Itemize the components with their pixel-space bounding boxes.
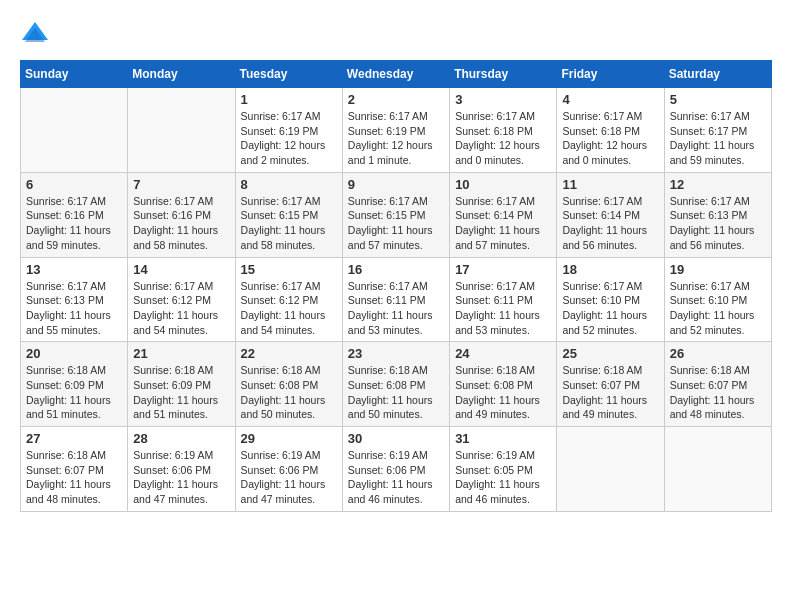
week-row-3: 13Sunrise: 6:17 AMSunset: 6:13 PMDayligh…	[21, 257, 772, 342]
calendar-cell: 11Sunrise: 6:17 AMSunset: 6:14 PMDayligh…	[557, 172, 664, 257]
logo	[20, 20, 54, 50]
day-header-thursday: Thursday	[450, 61, 557, 88]
calendar-cell: 26Sunrise: 6:18 AMSunset: 6:07 PMDayligh…	[664, 342, 771, 427]
header	[20, 20, 772, 50]
calendar-cell: 12Sunrise: 6:17 AMSunset: 6:13 PMDayligh…	[664, 172, 771, 257]
calendar-cell: 1Sunrise: 6:17 AMSunset: 6:19 PMDaylight…	[235, 88, 342, 173]
day-number: 16	[348, 262, 444, 277]
day-info: Sunrise: 6:17 AMSunset: 6:13 PMDaylight:…	[26, 279, 122, 338]
day-info: Sunrise: 6:19 AMSunset: 6:05 PMDaylight:…	[455, 448, 551, 507]
calendar-cell: 25Sunrise: 6:18 AMSunset: 6:07 PMDayligh…	[557, 342, 664, 427]
day-info: Sunrise: 6:17 AMSunset: 6:14 PMDaylight:…	[562, 194, 658, 253]
day-number: 1	[241, 92, 337, 107]
day-info: Sunrise: 6:18 AMSunset: 6:07 PMDaylight:…	[670, 363, 766, 422]
calendar-cell: 19Sunrise: 6:17 AMSunset: 6:10 PMDayligh…	[664, 257, 771, 342]
calendar-cell: 9Sunrise: 6:17 AMSunset: 6:15 PMDaylight…	[342, 172, 449, 257]
day-header-monday: Monday	[128, 61, 235, 88]
header-row: SundayMondayTuesdayWednesdayThursdayFrid…	[21, 61, 772, 88]
calendar-cell	[128, 88, 235, 173]
calendar-cell	[664, 427, 771, 512]
day-number: 10	[455, 177, 551, 192]
calendar-cell: 18Sunrise: 6:17 AMSunset: 6:10 PMDayligh…	[557, 257, 664, 342]
day-number: 3	[455, 92, 551, 107]
day-number: 2	[348, 92, 444, 107]
day-header-tuesday: Tuesday	[235, 61, 342, 88]
day-number: 28	[133, 431, 229, 446]
week-row-2: 6Sunrise: 6:17 AMSunset: 6:16 PMDaylight…	[21, 172, 772, 257]
day-info: Sunrise: 6:19 AMSunset: 6:06 PMDaylight:…	[133, 448, 229, 507]
day-info: Sunrise: 6:18 AMSunset: 6:08 PMDaylight:…	[455, 363, 551, 422]
calendar-body: 1Sunrise: 6:17 AMSunset: 6:19 PMDaylight…	[21, 88, 772, 512]
day-info: Sunrise: 6:17 AMSunset: 6:19 PMDaylight:…	[241, 109, 337, 168]
day-info: Sunrise: 6:17 AMSunset: 6:13 PMDaylight:…	[670, 194, 766, 253]
day-info: Sunrise: 6:17 AMSunset: 6:19 PMDaylight:…	[348, 109, 444, 168]
calendar-cell: 28Sunrise: 6:19 AMSunset: 6:06 PMDayligh…	[128, 427, 235, 512]
day-info: Sunrise: 6:17 AMSunset: 6:18 PMDaylight:…	[562, 109, 658, 168]
day-number: 11	[562, 177, 658, 192]
day-number: 27	[26, 431, 122, 446]
day-number: 20	[26, 346, 122, 361]
day-info: Sunrise: 6:17 AMSunset: 6:15 PMDaylight:…	[241, 194, 337, 253]
calendar-cell: 22Sunrise: 6:18 AMSunset: 6:08 PMDayligh…	[235, 342, 342, 427]
day-info: Sunrise: 6:17 AMSunset: 6:10 PMDaylight:…	[670, 279, 766, 338]
logo-icon	[20, 20, 50, 50]
day-number: 5	[670, 92, 766, 107]
day-number: 19	[670, 262, 766, 277]
week-row-1: 1Sunrise: 6:17 AMSunset: 6:19 PMDaylight…	[21, 88, 772, 173]
day-info: Sunrise: 6:17 AMSunset: 6:16 PMDaylight:…	[26, 194, 122, 253]
day-number: 8	[241, 177, 337, 192]
day-info: Sunrise: 6:19 AMSunset: 6:06 PMDaylight:…	[348, 448, 444, 507]
calendar-cell: 4Sunrise: 6:17 AMSunset: 6:18 PMDaylight…	[557, 88, 664, 173]
day-number: 30	[348, 431, 444, 446]
calendar-cell: 10Sunrise: 6:17 AMSunset: 6:14 PMDayligh…	[450, 172, 557, 257]
day-number: 9	[348, 177, 444, 192]
day-number: 22	[241, 346, 337, 361]
calendar-cell: 15Sunrise: 6:17 AMSunset: 6:12 PMDayligh…	[235, 257, 342, 342]
day-number: 31	[455, 431, 551, 446]
day-number: 26	[670, 346, 766, 361]
day-header-sunday: Sunday	[21, 61, 128, 88]
week-row-4: 20Sunrise: 6:18 AMSunset: 6:09 PMDayligh…	[21, 342, 772, 427]
day-header-wednesday: Wednesday	[342, 61, 449, 88]
day-header-saturday: Saturday	[664, 61, 771, 88]
calendar-cell: 14Sunrise: 6:17 AMSunset: 6:12 PMDayligh…	[128, 257, 235, 342]
calendar-cell: 8Sunrise: 6:17 AMSunset: 6:15 PMDaylight…	[235, 172, 342, 257]
day-info: Sunrise: 6:18 AMSunset: 6:08 PMDaylight:…	[241, 363, 337, 422]
day-number: 17	[455, 262, 551, 277]
calendar-cell: 13Sunrise: 6:17 AMSunset: 6:13 PMDayligh…	[21, 257, 128, 342]
day-number: 15	[241, 262, 337, 277]
day-number: 25	[562, 346, 658, 361]
day-number: 4	[562, 92, 658, 107]
day-header-friday: Friday	[557, 61, 664, 88]
calendar-cell: 21Sunrise: 6:18 AMSunset: 6:09 PMDayligh…	[128, 342, 235, 427]
calendar-cell: 17Sunrise: 6:17 AMSunset: 6:11 PMDayligh…	[450, 257, 557, 342]
day-info: Sunrise: 6:17 AMSunset: 6:14 PMDaylight:…	[455, 194, 551, 253]
day-number: 12	[670, 177, 766, 192]
day-info: Sunrise: 6:17 AMSunset: 6:12 PMDaylight:…	[133, 279, 229, 338]
day-info: Sunrise: 6:17 AMSunset: 6:11 PMDaylight:…	[348, 279, 444, 338]
calendar-cell: 27Sunrise: 6:18 AMSunset: 6:07 PMDayligh…	[21, 427, 128, 512]
day-info: Sunrise: 6:18 AMSunset: 6:09 PMDaylight:…	[26, 363, 122, 422]
calendar-cell: 23Sunrise: 6:18 AMSunset: 6:08 PMDayligh…	[342, 342, 449, 427]
calendar-cell: 24Sunrise: 6:18 AMSunset: 6:08 PMDayligh…	[450, 342, 557, 427]
day-info: Sunrise: 6:17 AMSunset: 6:10 PMDaylight:…	[562, 279, 658, 338]
day-info: Sunrise: 6:17 AMSunset: 6:11 PMDaylight:…	[455, 279, 551, 338]
day-number: 18	[562, 262, 658, 277]
calendar-cell: 20Sunrise: 6:18 AMSunset: 6:09 PMDayligh…	[21, 342, 128, 427]
calendar-cell: 30Sunrise: 6:19 AMSunset: 6:06 PMDayligh…	[342, 427, 449, 512]
calendar-cell	[557, 427, 664, 512]
day-info: Sunrise: 6:19 AMSunset: 6:06 PMDaylight:…	[241, 448, 337, 507]
day-info: Sunrise: 6:17 AMSunset: 6:12 PMDaylight:…	[241, 279, 337, 338]
calendar-cell: 16Sunrise: 6:17 AMSunset: 6:11 PMDayligh…	[342, 257, 449, 342]
day-info: Sunrise: 6:18 AMSunset: 6:08 PMDaylight:…	[348, 363, 444, 422]
day-number: 7	[133, 177, 229, 192]
day-number: 14	[133, 262, 229, 277]
day-number: 23	[348, 346, 444, 361]
day-number: 21	[133, 346, 229, 361]
day-info: Sunrise: 6:18 AMSunset: 6:07 PMDaylight:…	[26, 448, 122, 507]
calendar-cell: 3Sunrise: 6:17 AMSunset: 6:18 PMDaylight…	[450, 88, 557, 173]
day-info: Sunrise: 6:18 AMSunset: 6:07 PMDaylight:…	[562, 363, 658, 422]
week-row-5: 27Sunrise: 6:18 AMSunset: 6:07 PMDayligh…	[21, 427, 772, 512]
day-number: 6	[26, 177, 122, 192]
day-info: Sunrise: 6:17 AMSunset: 6:15 PMDaylight:…	[348, 194, 444, 253]
